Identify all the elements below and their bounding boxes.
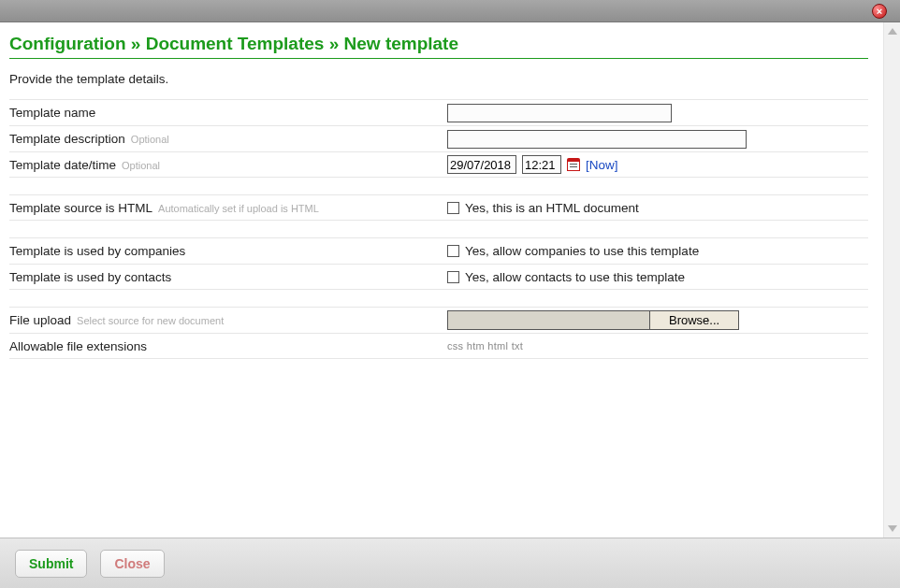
dialog-footer: Submit Close [0,538,900,588]
row-template-datetime: Template date/time Optional [Now] [9,151,868,178]
html-checkbox-label: Yes, this is an HTML document [465,201,639,215]
contacts-checkbox[interactable] [447,271,459,283]
browse-button[interactable]: Browse... [649,310,739,330]
calendar-icon[interactable] [567,158,580,171]
vertical-scrollbar[interactable] [883,22,900,538]
row-template-name: Template name [9,99,868,125]
dialog-titlebar: × [0,0,900,22]
scroll-up-icon[interactable] [888,28,897,35]
allowable-extensions-list: css htm html txt [447,340,523,351]
label-source-html: Template source is HTML [9,201,152,215]
form-area: Configuration » Document Templates » New… [0,22,883,538]
scroll-down-icon[interactable] [888,525,897,532]
template-date-input[interactable] [447,155,516,174]
row-used-by-companies: Template is used by companies Yes, allow… [9,237,868,264]
close-button[interactable]: Close [100,550,164,578]
template-description-input[interactable] [447,130,747,149]
breadcrumb-new-template: New template [344,34,458,53]
breadcrumb-separator: » [126,34,146,53]
close-icon[interactable]: × [872,4,887,19]
hint-file-upload: Select source for new document [77,315,224,326]
row-source-html: Template source is HTML Automatically se… [9,194,868,221]
label-file-upload: File upload [9,313,71,327]
optional-hint: Optional [122,160,160,171]
row-template-description: Template description Optional [9,125,868,151]
dialog-content: Configuration » Document Templates » New… [0,22,900,538]
row-file-upload: File upload Select source for new docume… [9,307,868,333]
row-allowable-extensions: Allowable file extensions css htm html t… [9,333,868,359]
label-template-description: Template description [9,132,125,146]
label-template-name: Template name [9,106,95,120]
label-allowable-extensions: Allowable file extensions [9,339,147,353]
hint-source-html: Automatically set if upload is HTML [158,203,319,214]
submit-button[interactable]: Submit [15,550,87,578]
template-time-input[interactable] [522,155,561,174]
html-checkbox[interactable] [447,202,459,214]
label-used-by-contacts: Template is used by contacts [9,270,171,284]
companies-checkbox-label: Yes, allow companies to use this templat… [465,244,699,258]
template-name-input[interactable] [447,104,672,122]
label-used-by-companies: Template is used by companies [9,244,185,258]
optional-hint: Optional [131,134,169,145]
file-path-display [447,310,649,330]
companies-checkbox[interactable] [447,245,459,257]
breadcrumb-separator: » [324,34,343,53]
contacts-checkbox-label: Yes, allow contacts to use this template [465,270,685,284]
page-intro: Provide the template details. [9,72,868,86]
row-used-by-contacts: Template is used by contacts Yes, allow … [9,264,868,290]
label-template-datetime: Template date/time [9,158,116,172]
breadcrumb-configuration[interactable]: Configuration [9,34,126,53]
now-link[interactable]: [Now] [586,158,618,172]
breadcrumb: Configuration » Document Templates » New… [9,34,868,59]
breadcrumb-document-templates[interactable]: Document Templates [146,34,325,53]
